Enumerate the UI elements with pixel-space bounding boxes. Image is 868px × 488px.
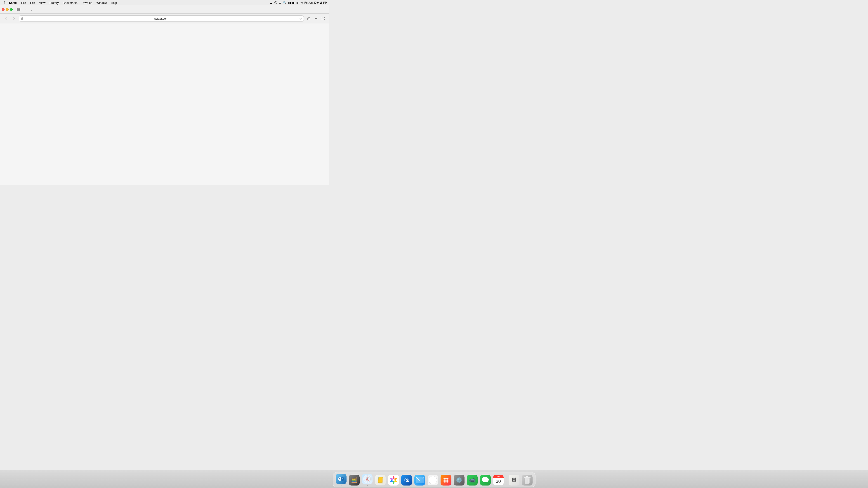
menubar-right: ▲ ⓘ ⊡ 🔍 ▮▮▮▮ ⊞ ◎ Fri Jun 30 9:18 PM <box>270 1 327 5</box>
traffic-lights <box>2 8 13 11</box>
help-menu[interactable]: Help <box>109 1 119 5</box>
window-menu[interactable]: Window <box>94 1 108 5</box>
share-button[interactable] <box>306 15 312 22</box>
toolbar-right-buttons <box>306 15 327 22</box>
controlcenter-icon[interactable]: ⊞ <box>296 1 299 4</box>
fullscreen-button[interactable] <box>320 15 327 22</box>
bookmarks-menu[interactable]: Bookmarks <box>61 1 79 5</box>
svg-rect-1 <box>18 8 20 8</box>
sidebar-toggle-button[interactable] <box>16 7 22 12</box>
svg-rect-4 <box>21 18 23 20</box>
menubar:  Safari File Edit View History Bookmark… <box>0 0 329 5</box>
battery-icon[interactable]: ▮▮▮▮ <box>288 1 294 4</box>
svg-rect-3 <box>18 10 20 11</box>
tab-arrow-down[interactable]: ⌄ <box>29 7 34 12</box>
maximize-button[interactable] <box>10 8 13 11</box>
svg-rect-2 <box>18 9 20 10</box>
edit-menu[interactable]: Edit <box>28 1 37 5</box>
new-tab-button[interactable] <box>313 15 319 22</box>
apple-menu[interactable]:  <box>2 1 7 5</box>
view-menu[interactable]: View <box>37 1 47 5</box>
tab-navigation: ‹ ⌄ <box>24 7 34 12</box>
privacy-icon <box>21 17 23 20</box>
close-button[interactable] <box>2 8 4 11</box>
develop-menu[interactable]: Develop <box>80 1 94 5</box>
tab-bar: ‹ ⌄ <box>0 5 329 13</box>
info-icon[interactable]: ⓘ <box>274 1 277 5</box>
address-bar[interactable]: twitter.com ↻ <box>19 15 304 22</box>
safari-menu[interactable]: Safari <box>7 1 19 5</box>
page-content: Safari Can't Open the Page Safari can't … <box>0 24 329 185</box>
wifi-icon[interactable]: ▲ <box>270 1 273 4</box>
reload-button[interactable]: ↻ <box>299 17 302 20</box>
minimize-button[interactable] <box>6 8 8 11</box>
forward-button[interactable] <box>11 15 17 22</box>
toolbar: twitter.com ↻ <box>0 13 329 24</box>
screenrecord-icon[interactable]: ⊡ <box>279 1 281 4</box>
history-menu[interactable]: History <box>48 1 60 5</box>
file-menu[interactable]: File <box>20 1 28 5</box>
url-display: twitter.com <box>25 17 298 20</box>
search-icon[interactable]: 🔍 <box>283 1 286 4</box>
datetime-display[interactable]: Fri Jun 30 9:18 PM <box>305 1 327 4</box>
svg-rect-0 <box>17 8 18 11</box>
back-button[interactable] <box>3 15 9 22</box>
siri-icon[interactable]: ◎ <box>301 1 303 4</box>
tab-arrow-left[interactable]: ‹ <box>24 7 29 12</box>
